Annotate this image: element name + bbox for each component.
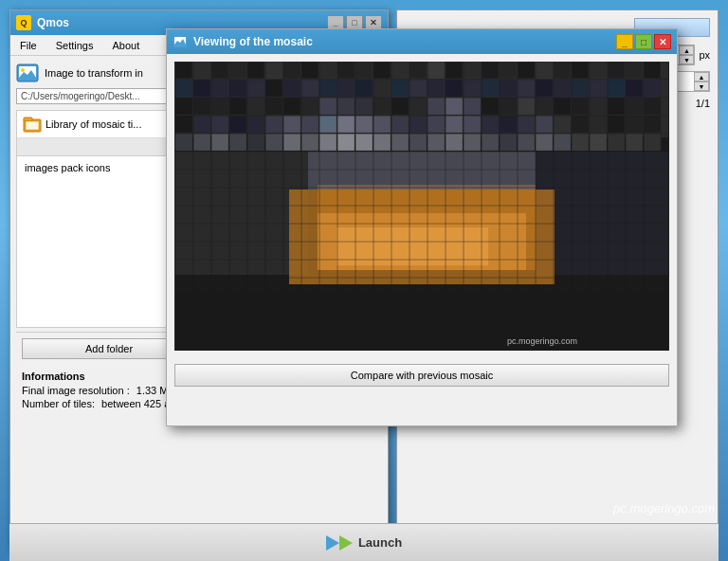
svg-rect-111	[482, 116, 499, 133]
svg-rect-77	[355, 98, 373, 115]
svg-rect-45	[265, 80, 282, 97]
svg-rect-58	[500, 80, 517, 97]
dialog-maximize-button[interactable]: □	[635, 34, 652, 49]
svg-rect-64	[608, 80, 625, 97]
svg-rect-51	[373, 80, 391, 97]
spinner-1-up[interactable]: ▲	[679, 45, 694, 55]
library-icon	[23, 115, 42, 134]
svg-rect-116	[572, 116, 589, 133]
dialog-close-button[interactable]: ✕	[654, 34, 671, 49]
svg-rect-150	[536, 152, 668, 275]
svg-rect-97	[229, 116, 246, 133]
tiles-label: Number of tiles:	[22, 398, 95, 409]
svg-rect-137	[464, 134, 481, 151]
svg-rect-70	[229, 98, 246, 115]
svg-rect-101	[301, 116, 318, 133]
svg-rect-66	[644, 80, 661, 97]
svg-rect-119	[626, 116, 643, 133]
dialog-title-bar: Viewing of the mosaic _ □ ✕	[167, 29, 677, 54]
menu-about[interactable]: About	[106, 38, 145, 53]
menu-file[interactable]: File	[14, 38, 43, 53]
svg-rect-130	[337, 134, 355, 151]
svg-rect-16	[247, 62, 264, 79]
svg-rect-36	[608, 62, 625, 79]
dialog-minimize-button[interactable]: _	[616, 34, 633, 49]
svg-rect-37	[626, 62, 643, 79]
svg-rect-94	[175, 116, 192, 133]
svg-rect-148	[175, 152, 308, 275]
spinner-2-up[interactable]: ▲	[694, 72, 709, 81]
svg-rect-81	[428, 98, 445, 115]
launch-icon	[326, 534, 353, 552]
svg-rect-143	[572, 134, 589, 151]
mosaic-image: pc.mogeringo.com	[174, 62, 669, 351]
svg-rect-72	[265, 98, 282, 115]
svg-rect-60	[536, 80, 553, 97]
svg-rect-26	[428, 62, 445, 79]
svg-rect-98	[247, 116, 264, 133]
svg-rect-61	[554, 80, 571, 97]
svg-rect-145	[608, 134, 625, 151]
svg-rect-132	[373, 134, 391, 151]
svg-text:pc.mogeringo.com: pc.mogeringo.com	[507, 336, 577, 346]
svg-rect-133	[391, 134, 409, 151]
svg-rect-128	[301, 134, 318, 151]
svg-rect-86	[518, 98, 535, 115]
menu-settings[interactable]: Settings	[50, 38, 100, 53]
svg-rect-82	[446, 98, 463, 115]
svg-rect-5	[24, 118, 32, 121]
svg-rect-115	[554, 116, 571, 133]
svg-rect-50	[355, 80, 373, 97]
svg-rect-67	[175, 98, 192, 115]
svg-rect-78	[373, 98, 391, 115]
compare-button[interactable]: Compare with previous mosaic	[174, 364, 669, 387]
svg-rect-118	[608, 116, 625, 133]
svg-rect-92	[626, 98, 643, 115]
app-title: Qmos	[37, 16, 69, 29]
svg-rect-40	[175, 80, 192, 97]
svg-rect-117	[590, 116, 607, 133]
svg-rect-52	[391, 80, 409, 97]
svg-rect-146	[626, 134, 643, 151]
svg-rect-65	[626, 80, 643, 97]
svg-rect-136	[446, 134, 463, 151]
image-label: Image to transform in	[45, 67, 143, 79]
svg-rect-88	[554, 98, 571, 115]
svg-rect-28	[464, 62, 481, 79]
svg-rect-127	[283, 134, 300, 151]
svg-rect-110	[464, 116, 481, 133]
svg-rect-32	[536, 62, 553, 79]
svg-rect-75	[319, 98, 337, 115]
svg-rect-6	[26, 121, 39, 130]
svg-rect-62	[572, 80, 589, 97]
svg-rect-76	[337, 98, 355, 115]
svg-rect-138	[482, 134, 499, 151]
svg-rect-147	[644, 134, 661, 151]
svg-rect-99	[265, 116, 282, 133]
spinner-1-down[interactable]: ▼	[679, 55, 694, 64]
svg-rect-24	[391, 62, 409, 79]
svg-rect-15	[229, 62, 246, 79]
svg-rect-108	[428, 116, 445, 133]
svg-rect-121	[175, 134, 192, 151]
svg-rect-83	[464, 98, 481, 115]
spinner-2-down[interactable]: ▼	[694, 81, 709, 91]
svg-rect-104	[355, 116, 373, 133]
svg-rect-54	[428, 80, 445, 97]
svg-rect-141	[536, 134, 553, 151]
svg-rect-100	[283, 116, 300, 133]
svg-rect-21	[337, 62, 355, 79]
spinner-2-buttons: ▲ ▼	[694, 72, 709, 91]
svg-rect-95	[193, 116, 210, 133]
mosaic-dialog: Viewing of the mosaic _ □ ✕	[166, 28, 678, 426]
svg-rect-33	[554, 62, 571, 79]
image-icon	[16, 62, 39, 84]
svg-rect-20	[319, 62, 337, 79]
svg-rect-112	[500, 116, 517, 133]
resolution-label: Final image resolution :	[22, 385, 130, 396]
svg-rect-126	[265, 134, 282, 151]
svg-rect-48	[319, 80, 337, 97]
svg-marker-198	[339, 535, 353, 551]
svg-rect-35	[590, 62, 607, 79]
library-label: Library of mosaic ti...	[46, 118, 141, 130]
